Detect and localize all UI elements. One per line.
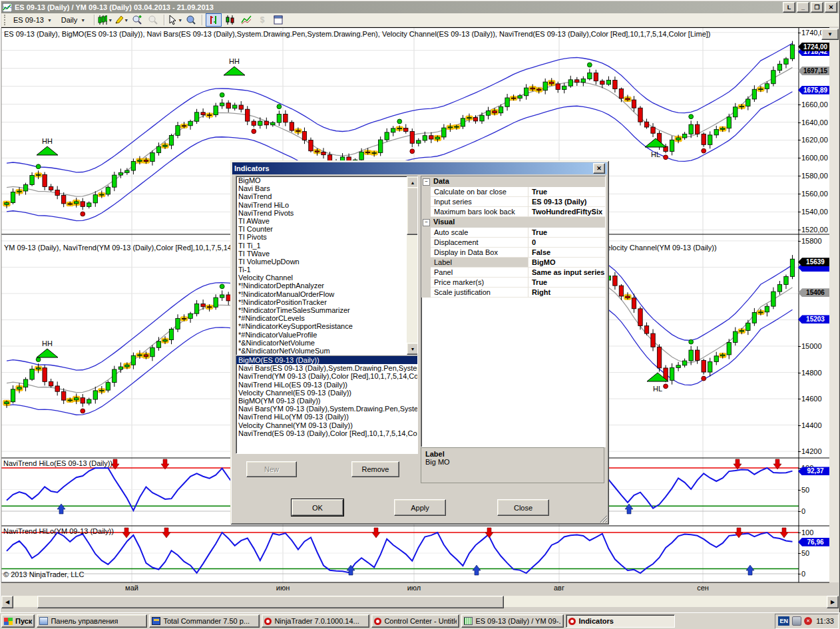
indicator-list-item[interactable]: BigMO	[236, 176, 417, 184]
property-name[interactable]: Panel	[431, 268, 528, 278]
indicator-list-item[interactable]: TI AWave	[236, 217, 417, 225]
indicator-list-item[interactable]: Navi Bars	[236, 184, 417, 192]
configured-indicator-item[interactable]: Navi Bars(ES 09-13 (Daily),System.Drawin…	[236, 364, 417, 372]
price-axis[interactable]	[799, 28, 829, 582]
configured-indicator-item[interactable]: NaviTrend(ES 09-13 (Daily),Color [Red],1…	[236, 429, 417, 437]
taskbar-item[interactable]: Панель управления	[37, 614, 147, 628]
property-name[interactable]: Label	[431, 258, 528, 268]
taskbar-item[interactable]: ES 09-13 (Daily) / YM 09-...	[461, 614, 564, 628]
dialog-close-button[interactable]: ✕	[593, 163, 605, 174]
data-box-button[interactable]	[184, 14, 198, 26]
indicator-list-item[interactable]: NaviTrend Pivots	[236, 209, 417, 217]
indicator-list-item[interactable]: *!NindicatorDepthAnalyzer	[236, 282, 417, 290]
available-indicators-list[interactable]: ▲ ▼ BigMONavi BarsNaviTrendNaviTrend HiL…	[236, 176, 418, 355]
indicator-list-item[interactable]: NaviTrend	[236, 192, 417, 200]
configured-indicator-item[interactable]: BigMO(YM 09-13 (Daily))	[236, 397, 417, 405]
chart-style-bars-button[interactable]	[206, 13, 222, 27]
configured-indicator-item[interactable]: NaviTrend HiLo(YM 09-13 (Daily))	[236, 413, 417, 421]
property-name[interactable]: Auto scale	[431, 228, 528, 238]
cursor-tool-button[interactable]: ▼	[168, 14, 182, 26]
link-button[interactable]: L	[783, 2, 795, 13]
collapse-icon[interactable]: −	[423, 219, 430, 226]
indicator-list-item[interactable]: *&NindicatorNetVolumeSum	[236, 347, 417, 355]
property-value[interactable]: TwoHundredFiftySix	[528, 207, 605, 217]
horizontal-scrollbar[interactable]: ◀ ▶	[1, 596, 839, 607]
configured-indicator-item[interactable]: NaviTrend(YM 09-13 (Daily),Color [Red],1…	[236, 372, 417, 380]
property-value[interactable]: False	[528, 248, 605, 258]
property-value[interactable]: Same as input series	[528, 268, 605, 278]
dialog-titlebar[interactable]: Indicators ✕	[232, 162, 607, 174]
property-value[interactable]: ES 09-13 (Daily)	[528, 197, 605, 207]
property-value[interactable]: 0	[528, 238, 605, 248]
property-name[interactable]: Input series	[431, 197, 528, 207]
indicator-list-item[interactable]: *!NindicatorManualOrderFlow	[236, 290, 417, 298]
taskbar-item[interactable]: NinjaTrader 7.0.1000.14...	[262, 614, 369, 628]
indicator-list-item[interactable]: Ti-1	[236, 266, 417, 274]
property-value[interactable]: True	[528, 228, 605, 238]
configured-indicator-item[interactable]: NaviTrend HiLo(ES 09-13 (Daily))	[236, 381, 417, 389]
close-button[interactable]: Close	[497, 499, 549, 516]
minimize-button[interactable]: _	[797, 2, 809, 13]
tray-security-icon[interactable]	[804, 617, 812, 625]
scroll-down-icon[interactable]: ▼	[407, 343, 418, 355]
indicator-list-item[interactable]: *#NindicatorCLevels	[236, 314, 417, 322]
configured-indicators-list[interactable]: BigMO(ES 09-13 (Daily))Navi Bars(ES 09-1…	[236, 355, 418, 454]
bar-type-button[interactable]: ▼	[98, 14, 112, 26]
close-button[interactable]: ✕	[825, 2, 837, 13]
right-scroll-strip[interactable]	[829, 28, 839, 582]
indicator-list-item[interactable]: TI Pivots	[236, 233, 417, 241]
chart-style-line-button[interactable]	[239, 14, 254, 26]
indicator-list-item[interactable]: NaviTrend HiLo	[236, 201, 417, 209]
restore-button[interactable]: ❐	[811, 2, 823, 13]
period-selector[interactable]: Daily ▼	[58, 14, 89, 27]
indicator-list-item[interactable]: TI Ti_1	[236, 242, 417, 250]
scroll-right-button[interactable]: ▶	[827, 596, 839, 608]
indicator-list-item[interactable]: *!NindicatorTimeSalesSummarizer	[236, 306, 417, 314]
configured-indicator-item[interactable]: Velocity Channel(ES 09-13 (Daily))	[236, 389, 417, 397]
start-button[interactable]: Пуск	[1, 614, 35, 628]
taskbar-item[interactable]: Total Commander 7.50 p...	[149, 614, 260, 628]
property-value[interactable]: BigMO	[528, 258, 605, 268]
zoom-in-button[interactable]	[130, 14, 144, 26]
indicator-list-item[interactable]: TI Counter	[236, 225, 417, 233]
chart-style-candles-button[interactable]	[223, 14, 238, 26]
month-label: май	[118, 584, 145, 592]
drawing-tools-button[interactable]: ▼	[114, 14, 128, 26]
collapse-icon[interactable]: −	[423, 178, 430, 186]
property-value[interactable]: Right	[528, 288, 605, 298]
property-name[interactable]: Price marker(s)	[431, 278, 528, 288]
tray-device-icon[interactable]	[792, 616, 801, 626]
property-name[interactable]: Maximum bars look back	[431, 207, 528, 217]
instrument-selector[interactable]: ES 09-13 ▼	[10, 14, 55, 27]
indicator-list-item[interactable]: *!NindicatorPositionTracker	[236, 298, 417, 306]
property-name[interactable]: Calculate on bar close	[431, 187, 528, 197]
indicator-list-item[interactable]: *&NindicatorNetVolume	[236, 339, 417, 347]
property-name[interactable]: Displacement	[431, 238, 528, 248]
ok-button[interactable]: OK	[292, 499, 343, 516]
scroll-left-button[interactable]: ◀	[1, 596, 13, 608]
apply-button[interactable]: Apply	[394, 499, 446, 516]
taskbar-item[interactable]: Control Center - Untitled1	[371, 614, 459, 628]
configured-indicator-item[interactable]: BigMO(ES 09-13 (Daily))	[236, 356, 417, 364]
indicator-list-item[interactable]: *#NindicatorValueProfile	[236, 331, 417, 339]
panel-layout-button[interactable]	[271, 14, 286, 26]
language-indicator[interactable]: EN	[778, 616, 789, 626]
remove-button[interactable]: Remove	[351, 461, 399, 477]
indicator-list-item[interactable]: *#NindicatorKeySupportResistance	[236, 322, 417, 330]
taskbar-item[interactable]: Indicators	[566, 614, 675, 628]
indicator-list-item[interactable]: TI VolumeUpDown	[236, 258, 417, 266]
axis-scroll-down-button[interactable]: ▼	[821, 29, 839, 40]
resize-grip[interactable]	[598, 514, 607, 523]
indicator-list-item[interactable]: Velocity Channel	[236, 274, 417, 282]
property-value[interactable]: True	[528, 187, 605, 197]
configured-indicator-item[interactable]: Navi Bars(YM 09-13 (Daily),System.Drawin…	[236, 405, 417, 413]
list-scrollbar[interactable]: ▲ ▼	[407, 176, 417, 355]
configured-indicator-item[interactable]: Velocity Channel(YM 09-13 (Daily))	[236, 421, 417, 429]
scrollbar-thumb[interactable]	[37, 596, 504, 608]
property-name[interactable]: Display in Data Box	[431, 248, 528, 258]
property-value[interactable]: True	[528, 278, 605, 288]
property-name[interactable]: Scale justification	[431, 288, 528, 298]
toolbar-grip[interactable]	[4, 15, 7, 25]
scrollbar-thumb[interactable]	[407, 187, 418, 235]
indicator-list-item[interactable]: TI TWave	[236, 250, 417, 258]
